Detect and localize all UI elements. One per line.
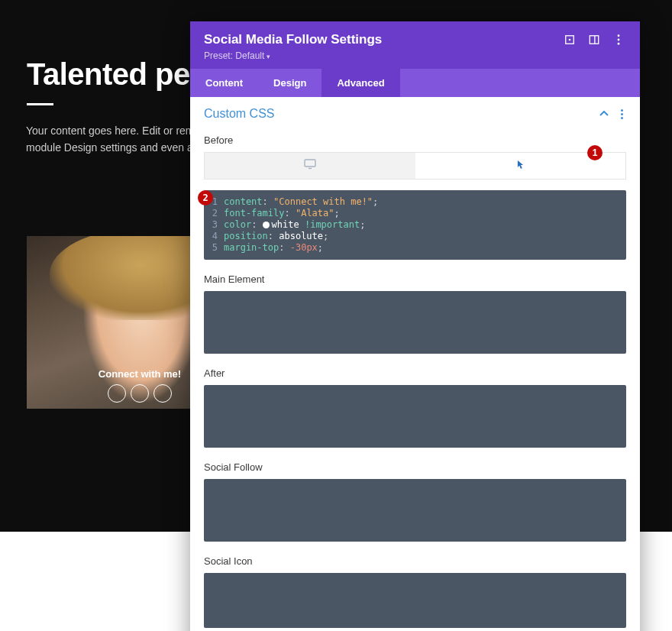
settings-modal: Social Media Follow Settings Preset: Def… [190,21,640,631]
social-circle-icon[interactable] [108,384,126,403]
title-underline [27,103,53,105]
css-editor-social-icon[interactable] [204,573,626,628]
section-title: Custom CSS [204,107,599,121]
code-line: 4position: absolute; [204,231,626,242]
responsive-tabs: 1 [204,152,626,180]
field-label-social-follow: Social Follow [204,461,626,473]
social-circle-icon[interactable] [131,384,149,403]
social-circle-icon[interactable] [153,384,172,403]
code-line: 2font-family: "Alata"; [204,208,626,219]
paragraph-line: module Design settings and even appl [26,141,207,154]
css-editor-before[interactable]: 2 1content: "Connect with me!";2font-fam… [204,190,626,260]
code-line: 5margin-top: -30px; [204,242,626,254]
field-label-before: Before [204,134,626,146]
responsive-tab-desktop[interactable] [205,153,415,179]
svg-rect-7 [305,160,315,167]
callout-badge-2: 2 [198,190,213,205]
tab-content[interactable]: Content [190,69,258,97]
section-header-custom-css[interactable]: Custom CSS [190,97,640,128]
modal-title: Social Media Follow Settings [204,32,564,47]
field-label-main-element: Main Element [204,273,626,285]
css-editor-main-element[interactable] [204,291,626,354]
field-label-after: After [204,367,626,379]
code-line: 1content: "Connect with me!"; [204,196,626,208]
panel-body: Custom CSS Before 1 [190,97,640,631]
svg-point-1 [569,39,571,41]
callout-badge-1: 1 [587,145,603,160]
connect-label: Connect with me! [27,368,253,380]
field-label-social-icon: Social Icon [204,555,626,567]
svg-point-6 [618,43,620,45]
code-line: 3color: white !important; [204,219,626,231]
modal-tabs: Content Design Advanced [190,69,640,97]
svg-rect-2 [590,36,598,44]
social-icon-row [27,384,253,403]
panel-icon[interactable] [588,34,600,46]
modal-header: Social Media Follow Settings Preset: Def… [190,21,640,69]
tab-advanced[interactable]: Advanced [321,69,399,97]
tab-design[interactable]: Design [258,69,321,97]
cursor-icon [517,160,524,172]
desktop-icon [304,159,316,173]
preset-dropdown[interactable]: Preset: Default [204,50,626,69]
section-more-icon[interactable] [617,109,626,119]
collapse-icon[interactable] [599,108,609,119]
more-menu-icon[interactable] [612,34,625,46]
css-editor-social-follow[interactable] [204,479,626,542]
paragraph-line: Your content goes here. Edit or remove [26,125,212,137]
expand-icon[interactable] [564,34,576,46]
css-editor-after[interactable] [204,385,626,448]
page-title: Talented peo [27,57,208,92]
svg-point-4 [618,34,620,37]
svg-point-5 [618,39,620,41]
